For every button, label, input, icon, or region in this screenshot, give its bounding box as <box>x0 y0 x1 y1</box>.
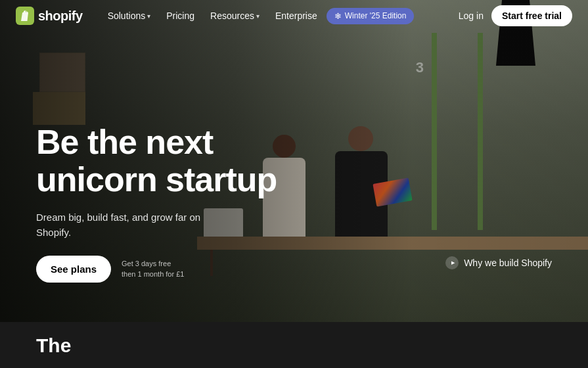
bottom-text: The <box>36 334 71 356</box>
hero-content: Be the next unicorn startup Dream big, b… <box>36 124 277 283</box>
start-free-trial-button[interactable]: Start free trial <box>491 5 572 26</box>
bottom-section: The <box>0 322 588 368</box>
see-plans-button[interactable]: See plans <box>36 256 111 283</box>
nav-right-actions: Log in Start free trial <box>459 5 572 26</box>
hero-subtitle: Dream big, build fast, and grow far on S… <box>36 210 220 240</box>
logo-text: shopify <box>38 9 83 24</box>
resources-chevron-icon: ▾ <box>256 12 260 20</box>
nav-links: Solutions ▾ Pricing Resources ▾ Enterpri… <box>101 7 459 25</box>
snowflake-icon: ❄ <box>334 11 342 21</box>
solutions-chevron-icon: ▾ <box>147 12 150 20</box>
logo-link[interactable]: shopify <box>16 7 83 25</box>
winter-edition-badge[interactable]: ❄ Winter '25 Edition <box>327 8 415 24</box>
play-icon: ▶ <box>445 256 459 269</box>
nav-resources[interactable]: Resources ▾ <box>204 7 266 25</box>
login-link[interactable]: Log in <box>459 11 484 21</box>
nav-solutions[interactable]: Solutions ▾ <box>101 7 158 25</box>
hero-title: Be the next unicorn startup <box>36 124 277 198</box>
nav-pricing[interactable]: Pricing <box>160 7 201 25</box>
hero-cta-row: See plans Get 3 days free then 1 month f… <box>36 256 277 283</box>
why-shopify-link[interactable]: ▶ Why we build Shopify <box>445 256 552 269</box>
hero-section: 3 shopify Solutions ▾ Pricing <box>0 0 588 322</box>
shopify-logo-icon <box>16 7 34 25</box>
navigation: shopify Solutions ▾ Pricing Resources ▾ … <box>0 0 588 32</box>
nav-enterprise[interactable]: Enterprise <box>269 7 324 25</box>
cta-note: Get 3 days free then 1 month for £1 <box>122 259 184 279</box>
